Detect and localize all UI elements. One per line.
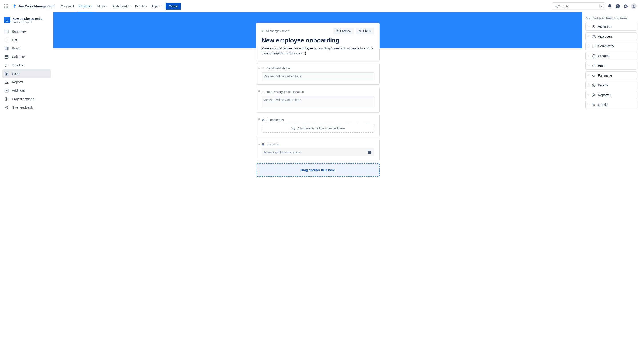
nav-item-filters[interactable]: Filters▼ (95, 3, 109, 9)
search-input[interactable] (558, 4, 599, 8)
calendar-icon (5, 54, 9, 59)
form-field-candidate-name[interactable]: ⠿AaCandidate NameAnswer will be written … (256, 63, 379, 84)
date-input[interactable]: Answer will be written here (262, 148, 374, 156)
help-icon[interactable]: ? (614, 3, 621, 10)
drag-handle-icon: ⠿ (588, 45, 589, 48)
drag-handle-icon: ⠿ (588, 94, 589, 96)
form-title[interactable]: New employee onboarding (262, 37, 374, 44)
drag-handle-icon: ⠿ (588, 26, 589, 28)
svg-point-20 (6, 98, 7, 100)
chevron-down-icon: ▼ (129, 5, 131, 7)
form-field-title-salary-office-location[interactable]: ⠿Title, Salary, Office locationAnswer wi… (256, 87, 379, 112)
sidebar-item-add-item[interactable]: Add item (2, 86, 51, 95)
palette-field-labels[interactable]: ⠿Labels (585, 101, 637, 109)
palette-field-approvers[interactable]: ⠿Approvers (585, 32, 637, 40)
form-canvas: ✓ All changes saved Preview Share (53, 12, 582, 364)
sidebar-item-reports[interactable]: Reports (2, 78, 51, 86)
check-icon: ✓ (262, 29, 264, 33)
svg-point-27 (593, 25, 594, 27)
field-palette: Drag fields to build the form ⠿Assignee⠿… (582, 12, 640, 364)
field-label: Attachments (267, 118, 284, 122)
person-icon (592, 93, 596, 97)
svg-rect-26 (368, 151, 371, 154)
svg-point-3 (5, 6, 5, 6)
textarea-placeholder: Answer will be written here (262, 96, 374, 108)
form-field-attachments[interactable]: ⠿AttachmentsAttachments will be uploaded… (256, 115, 379, 137)
drag-handle-icon[interactable]: ⠿ (258, 143, 260, 146)
share-button[interactable]: Share (356, 28, 374, 34)
search-icon (554, 4, 558, 8)
attachment-drop-zone[interactable]: Attachments will be uploaded here (262, 124, 374, 133)
form-description[interactable]: Please submit request for employee onboa… (262, 46, 374, 56)
palette-field-assignee[interactable]: ⠿Assignee (585, 23, 637, 31)
svg-point-7 (6, 7, 7, 8)
svg-rect-17 (5, 56, 9, 58)
sidebar-item-board[interactable]: Board (2, 44, 51, 52)
field-type-icon (262, 90, 265, 94)
nav-item-people[interactable]: People▼ (133, 3, 149, 9)
sidebar-item-give-feedback[interactable]: Give feedback (2, 103, 51, 112)
field-label: Due date (267, 142, 279, 146)
board-icon (5, 46, 9, 50)
drag-handle-icon: ⠿ (588, 35, 589, 38)
project-header[interactable]: New employee onbo.. Business project (2, 16, 51, 27)
sidebar-item-summary[interactable]: Summary (2, 27, 51, 36)
svg-rect-25 (262, 143, 265, 145)
svg-point-34 (593, 104, 593, 104)
palette-field-reporter[interactable]: ⠿Reporter (585, 91, 637, 99)
drag-handle-icon: ⠿ (588, 84, 589, 86)
field-type-icon (262, 118, 265, 122)
nav-item-your-work[interactable]: Your work (59, 3, 76, 9)
field-label: Title, Salary, Office location (267, 90, 304, 94)
save-status: ✓ All changes saved (262, 29, 289, 33)
create-button[interactable]: Create (165, 3, 181, 10)
svg-text:Aa: Aa (592, 74, 595, 77)
settings-icon (5, 97, 9, 101)
preview-button[interactable]: Preview (333, 28, 354, 34)
sidebar-item-form[interactable]: Form (2, 70, 51, 78)
text-input-placeholder: Answer will be written here (262, 72, 374, 80)
nav-item-projects[interactable]: Projects▼ (77, 3, 94, 9)
svg-point-21 (359, 30, 360, 31)
chevron-down-icon: ▼ (106, 5, 108, 7)
sidebar-item-project-settings[interactable]: Project settings (2, 95, 51, 103)
palette-field-full-name[interactable]: ⠿AaFull name (585, 72, 637, 80)
svg-point-8 (7, 7, 8, 8)
tag-icon (592, 103, 596, 107)
svg-rect-16 (8, 47, 8, 50)
person-icon (592, 25, 596, 29)
search-box[interactable]: / (552, 2, 605, 10)
svg-point-4 (6, 6, 7, 6)
form-field-due-date[interactable]: ⠿Due dateAnswer will be written here (256, 139, 379, 160)
svg-point-28 (593, 35, 594, 36)
project-title: New employee onbo.. (13, 17, 44, 21)
palette-field-complexity[interactable]: ⠿Complexity (585, 42, 637, 50)
palette-field-priority[interactable]: ⠿Priority (585, 81, 637, 89)
settings-icon[interactable] (622, 3, 629, 10)
drop-zone[interactable]: Drag another field here (256, 163, 379, 177)
palette-field-created[interactable]: ⠿Created (585, 52, 637, 60)
nav-item-apps[interactable]: Apps▼ (150, 3, 163, 9)
svg-point-12 (633, 5, 634, 6)
sidebar-item-timeline[interactable]: Timeline (2, 61, 51, 70)
drag-handle-icon[interactable]: ⠿ (258, 67, 260, 70)
drag-handle-icon[interactable]: ⠿ (258, 90, 260, 93)
palette-field-email[interactable]: ⠿Email (585, 62, 637, 70)
sidebar-item-list[interactable]: List (2, 36, 51, 44)
drag-handle-icon: ⠿ (588, 55, 589, 57)
notifications-icon[interactable] (606, 3, 613, 10)
app-switcher-icon[interactable] (3, 3, 10, 10)
svg-point-6 (5, 7, 5, 8)
people-icon (592, 34, 596, 38)
drag-handle-icon[interactable]: ⠿ (258, 118, 260, 121)
form-header-card: ✓ All changes saved Preview Share (256, 23, 379, 61)
svg-point-0 (5, 4, 5, 5)
clock-icon (592, 54, 596, 58)
sidebar-item-calendar[interactable]: Calendar (2, 52, 51, 61)
search-shortcut-hint: / (599, 4, 604, 8)
product-name: Jira Work Management (18, 4, 55, 8)
profile-avatar[interactable] (630, 3, 637, 10)
nav-item-dashboards[interactable]: Dashboards▼ (110, 3, 133, 9)
product-logo[interactable]: Jira Work Management (11, 4, 57, 8)
chevron-down-icon: ▼ (146, 5, 147, 7)
